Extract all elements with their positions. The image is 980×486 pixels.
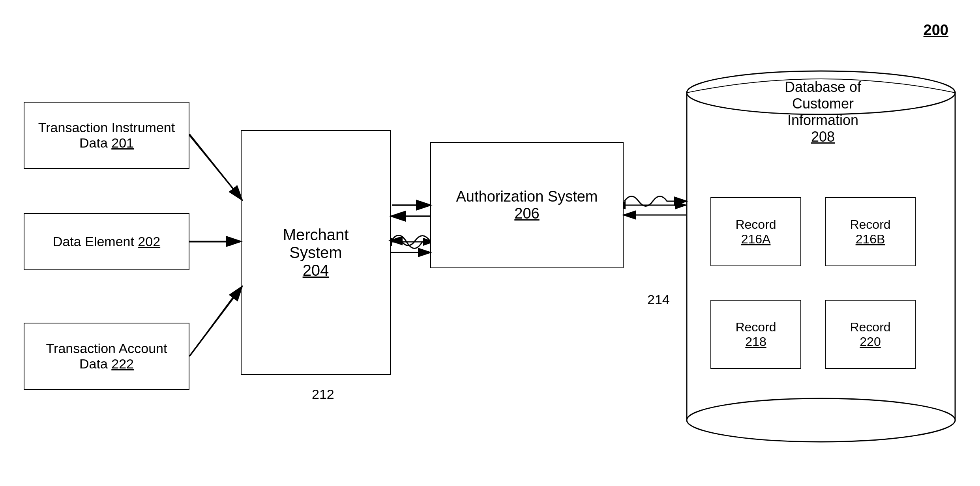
authorization-system-box: Authorization System206 [430, 142, 624, 268]
r220-number: 220 [860, 335, 881, 349]
svg-line-12 [189, 134, 242, 199]
r220-label: Record220 [850, 320, 890, 349]
de-number: 202 [138, 234, 160, 249]
figure-number: 200 [924, 22, 948, 39]
r218-number: 218 [745, 335, 766, 349]
svg-point-8 [687, 398, 955, 442]
r216a-number: 216A [741, 232, 771, 246]
svg-line-2 [189, 135, 240, 197]
merchant-number: 204 [303, 262, 329, 279]
transaction-account-data-box: Transaction Account Data 222 [24, 323, 189, 390]
de-label: Data Element 202 [53, 234, 160, 249]
tid-number: 201 [111, 135, 134, 150]
record-220-box: Record220 [825, 300, 916, 369]
record-216a-box: Record216A [710, 197, 801, 266]
diagram-container: 200 Transaction Instrument [0, 0, 980, 486]
r216a-label: Record216A [735, 217, 776, 247]
r216b-label: Record216B [850, 217, 890, 247]
arrow-label-212: 212 [312, 387, 334, 402]
tad-number: 222 [111, 356, 134, 371]
auth-number: 206 [514, 205, 539, 222]
db-label-text: Database ofCustomerInformation208 [785, 79, 861, 145]
r216b-number: 216B [856, 232, 885, 246]
svg-line-4 [189, 288, 240, 356]
merchant-label: MerchantSystem204 [283, 226, 349, 279]
arrow-label-214: 214 [647, 292, 670, 307]
record-216b-box: Record216B [825, 197, 916, 266]
tid-label: Transaction Instrument Data 201 [34, 120, 179, 151]
auth-label: Authorization System206 [456, 188, 598, 222]
data-element-box: Data Element 202 [24, 213, 189, 270]
database-label: Database ofCustomerInformation208 [750, 79, 896, 145]
record-218-box: Record218 [710, 300, 801, 369]
merchant-system-box: MerchantSystem204 [241, 130, 391, 375]
tad-label: Transaction Account Data 222 [34, 341, 179, 372]
transaction-instrument-data-box: Transaction Instrument Data 201 [24, 102, 189, 169]
r218-label: Record218 [735, 320, 776, 349]
svg-line-14 [189, 287, 242, 356]
db-number: 208 [811, 129, 835, 145]
